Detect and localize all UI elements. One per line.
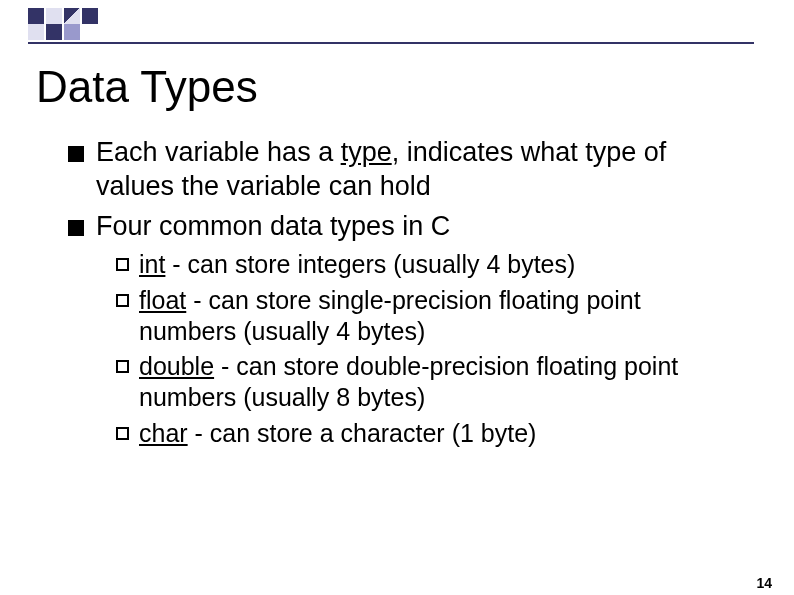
hollow-square-bullet-icon <box>116 294 129 307</box>
bullet-level2: float - can store single-precision float… <box>116 285 734 348</box>
square-bullet-icon <box>68 146 84 162</box>
horizontal-rule <box>28 42 754 44</box>
bullet-text: Four common data types in C <box>96 210 734 244</box>
underlined-term: type <box>341 137 392 167</box>
sub-bullet-text: double - can store double-precision floa… <box>139 351 734 414</box>
bullet-level2: int - can store integers (usually 4 byte… <box>116 249 734 280</box>
keyword: double <box>139 352 214 380</box>
sub-bullet-group: int - can store integers (usually 4 byte… <box>116 249 734 449</box>
description: - can store single-precision floating po… <box>139 286 641 345</box>
page-number: 14 <box>756 575 772 591</box>
sub-bullet-text: int - can store integers (usually 4 byte… <box>139 249 734 280</box>
bullet-level2: char - can store a character (1 byte) <box>116 418 734 449</box>
slide: Data Types Each variable has a type, ind… <box>0 8 794 595</box>
hollow-square-bullet-icon <box>116 360 129 373</box>
hollow-square-bullet-icon <box>116 258 129 271</box>
hollow-square-bullet-icon <box>116 427 129 440</box>
bullet-text: Each variable has a type, indicates what… <box>96 136 734 204</box>
keyword: char <box>139 419 188 447</box>
text-span: Each variable has a <box>96 137 341 167</box>
bullet-level2: double - can store double-precision floa… <box>116 351 734 414</box>
description: - can store double-precision floating po… <box>139 352 678 411</box>
slide-body: Each variable has a type, indicates what… <box>68 136 734 449</box>
sub-bullet-text: char - can store a character (1 byte) <box>139 418 734 449</box>
description: - can store integers (usually 4 bytes) <box>165 250 575 278</box>
decoration-row-2 <box>28 24 754 40</box>
decoration-row-1 <box>28 8 754 24</box>
keyword: float <box>139 286 186 314</box>
bullet-level1: Each variable has a type, indicates what… <box>68 136 734 204</box>
description: - can store a character (1 byte) <box>188 419 537 447</box>
keyword: int <box>139 250 165 278</box>
square-bullet-icon <box>68 220 84 236</box>
sub-bullet-text: float - can store single-precision float… <box>139 285 734 348</box>
slide-title: Data Types <box>36 62 754 112</box>
bullet-level1: Four common data types in C <box>68 210 734 244</box>
